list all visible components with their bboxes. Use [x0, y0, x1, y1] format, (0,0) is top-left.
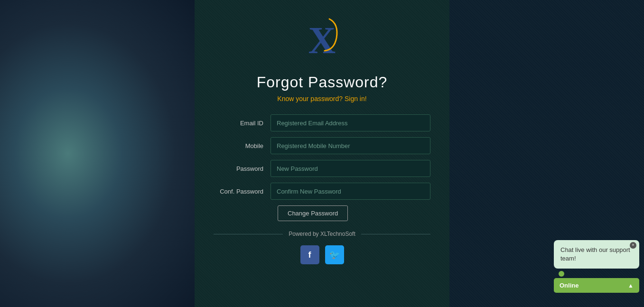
left-background-panel: [0, 0, 195, 307]
conf-password-row: Conf. Password: [214, 183, 430, 200]
powered-divider: Powered by XLTechnoSoft: [214, 231, 430, 237]
signin-link[interactable]: Know your password? Sign in!: [277, 95, 366, 102]
powered-text: Powered by XLTechnoSoft: [283, 231, 361, 237]
chat-bubble-text: Chat live with our support team!: [560, 246, 630, 262]
mobile-input[interactable]: [271, 137, 430, 154]
twitter-button[interactable]: 🐦: [325, 245, 344, 264]
social-buttons: f 🐦: [300, 245, 344, 264]
change-password-button[interactable]: Change Password: [278, 205, 348, 221]
online-label: Online: [560, 282, 579, 289]
online-bar[interactable]: Online ▲: [554, 278, 639, 293]
email-input[interactable]: [271, 114, 430, 131]
email-row: Email ID: [214, 114, 430, 131]
logo-swoosh-icon: [303, 17, 341, 55]
password-row: Password: [214, 160, 430, 177]
chat-widget: × Chat live with our support team! Onlin…: [554, 240, 639, 293]
chat-bubble: × Chat live with our support team!: [554, 240, 639, 269]
divider-left: [214, 234, 283, 234]
facebook-icon: f: [308, 250, 311, 260]
submit-row: Change Password: [214, 205, 430, 221]
twitter-icon: 🐦: [329, 250, 340, 260]
mobile-label: Mobile: [214, 142, 271, 149]
forgot-password-form: Email ID Mobile Password Conf. Password …: [214, 114, 430, 231]
chat-toggle-dot: [559, 271, 564, 277]
divider-right: [361, 234, 430, 234]
chevron-up-icon: ▲: [628, 282, 634, 289]
page-title: Forgot Password?: [257, 74, 388, 91]
facebook-button[interactable]: f: [300, 245, 319, 264]
conf-password-label: Conf. Password: [214, 188, 271, 195]
chat-close-button[interactable]: ×: [630, 242, 636, 249]
password-input[interactable]: [271, 160, 430, 177]
mobile-row: Mobile: [214, 137, 430, 154]
conf-password-input[interactable]: [271, 183, 430, 200]
logo-container: X: [296, 14, 348, 66]
main-form-panel: X Forgot Password? Know your password? S…: [195, 0, 449, 307]
email-label: Email ID: [214, 120, 271, 127]
password-label: Password: [214, 165, 271, 172]
